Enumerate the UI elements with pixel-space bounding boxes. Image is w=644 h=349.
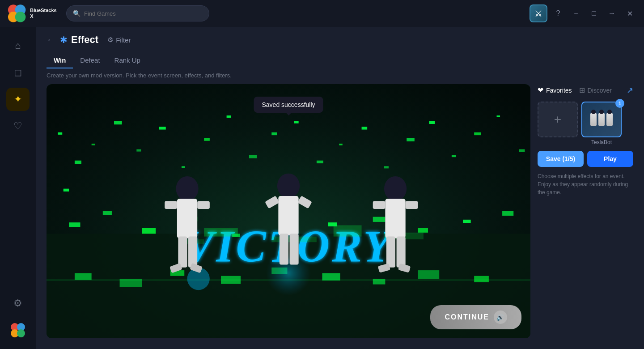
svg-rect-17 [182,166,185,168]
thumb-figure-3 [606,113,613,126]
preview-canvas: VICTORY [47,84,530,338]
sidebar-item-home[interactable]: ⌂ [6,34,30,57]
svg-rect-52 [418,270,439,279]
thumb-label: TeslaBot [581,139,622,145]
svg-rect-25 [362,127,368,129]
minimize-button[interactable]: − [569,6,583,21]
svg-rect-78 [373,201,386,209]
svg-point-62 [176,176,198,201]
save-button[interactable]: Save (1/5) [538,151,584,167]
effect-icon: ✱ [60,34,68,45]
svg-rect-81 [397,237,406,268]
svg-rect-12 [92,144,95,145]
svg-rect-43 [502,211,513,216]
favorites-tab-icon: ❤ [538,86,543,94]
svg-rect-42 [463,220,471,223]
svg-rect-21 [271,132,277,135]
svg-point-3 [15,12,26,22]
sidebar-item-bluestacks[interactable] [6,319,30,342]
right-panel: ❤ Favorites ⊞ Discover ↗ + [530,84,633,338]
page-title: Effect [71,34,98,46]
svg-rect-46 [120,279,142,287]
nav-forward-button[interactable]: → [605,6,619,21]
maximize-button[interactable]: □ [587,6,601,21]
scene-svg: VICTORY [47,84,530,338]
svg-rect-66 [178,237,187,268]
svg-rect-40 [373,217,386,222]
main-layout: ⌂ ◻ ✦ ♡ ⚙ [0,27,644,349]
sidebar-item-settings[interactable]: ⚙ [6,292,30,315]
svg-rect-57 [204,228,237,237]
svg-rect-15 [136,149,141,152]
svg-rect-32 [519,149,525,152]
svg-rect-65 [197,201,210,209]
svg-rect-45 [75,273,92,280]
filter-icon: ⚙ [107,36,113,44]
heart-icon: ♡ [13,120,22,132]
svg-rect-80 [386,237,395,268]
tab-defeat[interactable]: Defeat [73,53,107,68]
search-input[interactable] [84,10,203,17]
help-button[interactable]: ? [551,6,565,21]
page-title-area: ✱ Effect [60,34,98,46]
tab-bar: Win Defeat Rank Up [36,46,644,68]
settings-icon: ⚙ [13,298,22,309]
svg-rect-26 [384,166,389,168]
svg-rect-34 [103,211,112,215]
svg-rect-28 [429,121,435,124]
play-button[interactable]: Play [587,151,633,167]
continue-button[interactable]: CONTINUE 🔊 [430,305,521,329]
svg-rect-71 [278,196,298,235]
svg-rect-24 [339,144,343,145]
search-bar[interactable]: 🔍 [66,5,209,21]
content-header: ← ✱ Effect ⚙ Filter [36,27,644,46]
thumb-badge: 1 [615,99,624,108]
svg-rect-41 [418,228,428,233]
thumbnails: + 1 TeslaBot [538,102,633,145]
search-icon: 🔍 [73,10,80,17]
hint-text: Choose multiple effects for an event. En… [538,172,633,196]
svg-rect-18 [204,138,210,140]
content-area: ← ✱ Effect ⚙ Filter Win Defeat Rank Up C… [36,27,644,349]
svg-rect-30 [474,132,481,135]
svg-rect-63 [177,199,197,238]
sidebar-item-mods[interactable]: ✦ [6,88,30,111]
panel-tab-discover[interactable]: ⊞ Discover [579,84,612,96]
svg-rect-74 [280,234,288,264]
panel-tabs: ❤ Favorites ⊞ Discover [538,84,612,96]
svg-rect-14 [114,121,122,125]
share-icon[interactable]: ↗ [627,85,633,95]
svg-point-70 [277,174,300,198]
close-button[interactable]: ✕ [623,6,637,21]
svg-rect-29 [452,155,456,157]
thumb-image [581,102,622,137]
svg-rect-20 [249,155,257,158]
title-bar: BlueStacks X 🔍 ⚔ ? − □ → ✕ [0,0,644,27]
svg-rect-79 [406,201,418,209]
sidebar-item-library[interactable]: ◻ [6,61,30,84]
sound-button[interactable]: 🔊 [494,311,507,324]
preview-area: VICTORY [47,84,530,338]
saved-tooltip: Saved successfully [254,97,323,113]
tab-rankup[interactable]: Rank Up [107,53,148,68]
svg-rect-67 [188,237,197,268]
discover-tab-icon: ⊞ [579,86,585,94]
page-subtitle: Create your own mod version. Pick the ev… [36,68,644,84]
svg-rect-19 [227,115,231,118]
svg-rect-77 [385,199,405,238]
panel-tab-favorites[interactable]: ❤ Favorites [538,84,572,96]
add-effect-button[interactable]: + [538,102,578,137]
svg-rect-35 [142,228,156,234]
title-bar-right: ⚔ ? − □ → ✕ [530,4,637,22]
sidebar-bottom: ⚙ [6,292,30,342]
back-button[interactable]: ← [47,35,55,45]
teslabot-thumbnail[interactable]: 1 TeslaBot [581,102,622,145]
svg-rect-53 [474,276,489,282]
tab-win[interactable]: Win [47,53,73,68]
sidebar-item-favorites[interactable]: ♡ [6,115,30,138]
svg-point-7 [17,329,25,337]
svg-rect-13 [64,189,69,192]
svg-point-76 [384,176,407,201]
user-avatar[interactable]: ⚔ [530,4,547,22]
filter-button[interactable]: ⚙ Filter [107,36,131,44]
